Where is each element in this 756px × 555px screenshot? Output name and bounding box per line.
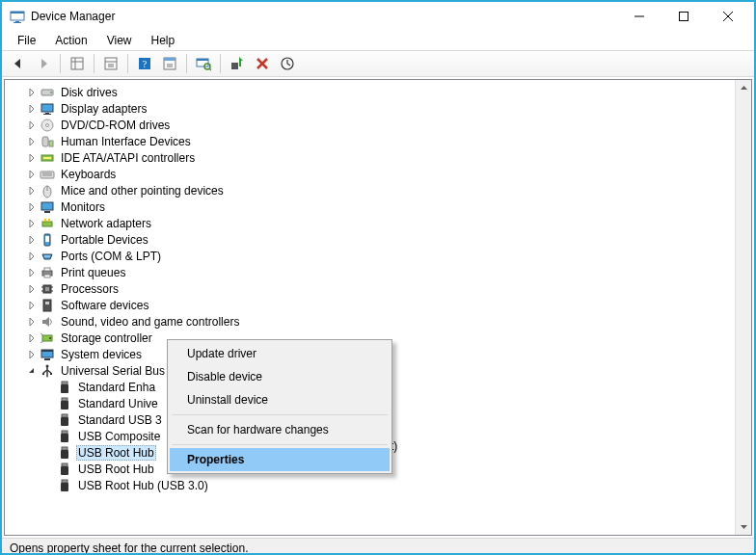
context-uninstall-device[interactable]: Uninstall device xyxy=(170,388,390,411)
ide-icon xyxy=(40,150,55,166)
expand-icon[interactable] xyxy=(26,103,38,115)
svg-rect-79 xyxy=(61,384,68,393)
svg-rect-47 xyxy=(44,211,50,213)
storage-icon xyxy=(40,330,55,346)
expand-icon[interactable] xyxy=(26,332,38,344)
device-category[interactable]: Disk drives xyxy=(5,84,751,100)
printer-icon xyxy=(40,265,55,280)
category-label: DVD/CD-ROM drives xyxy=(59,119,172,132)
scroll-down-button[interactable] xyxy=(736,518,751,535)
device-label: Standard USB 3 xyxy=(76,413,164,427)
enable-device-button[interactable] xyxy=(227,53,248,74)
help-button[interactable]: ? xyxy=(134,53,155,74)
expand-icon[interactable] xyxy=(26,119,38,131)
software-icon xyxy=(40,298,55,313)
context-disable-device[interactable]: Disable device xyxy=(170,365,390,388)
device-category[interactable]: Display adapters xyxy=(5,100,751,117)
svg-rect-89 xyxy=(61,466,68,475)
expand-icon[interactable] xyxy=(26,349,38,360)
dvd-icon xyxy=(40,118,55,133)
device-category[interactable]: Human Interface Devices xyxy=(5,133,751,149)
svg-rect-71 xyxy=(44,358,50,360)
usb-device-icon xyxy=(57,396,72,411)
usb-device-icon xyxy=(57,412,72,428)
close-button[interactable] xyxy=(706,2,750,31)
svg-rect-18 xyxy=(164,58,176,61)
device-category[interactable]: IDE ATA/ATAPI controllers xyxy=(5,149,751,166)
action-button[interactable] xyxy=(159,53,180,74)
maximize-button[interactable] xyxy=(662,2,706,31)
display-icon xyxy=(40,101,55,117)
forward-button[interactable] xyxy=(33,53,54,74)
category-label: Portable Devices xyxy=(59,233,150,247)
collapse-icon[interactable] xyxy=(26,365,38,377)
vertical-scrollbar[interactable] xyxy=(735,80,751,535)
expand-icon[interactable] xyxy=(26,316,38,328)
expand-icon[interactable] xyxy=(26,251,38,262)
device-category[interactable]: Print queues xyxy=(5,264,751,280)
svg-rect-70 xyxy=(41,350,53,352)
device-category[interactable]: Sound, video and game controllers xyxy=(5,313,751,330)
device-category[interactable]: Software devices xyxy=(5,297,751,313)
category-label: Universal Serial Bus xyxy=(59,364,167,378)
svg-rect-22 xyxy=(197,59,208,61)
expand-icon[interactable] xyxy=(26,169,38,180)
toolbar-separator xyxy=(186,54,187,73)
context-properties[interactable]: Properties xyxy=(170,448,390,471)
device-category[interactable]: Processors xyxy=(5,280,751,297)
svg-rect-81 xyxy=(61,401,68,410)
expand-icon[interactable] xyxy=(26,185,38,197)
svg-rect-90 xyxy=(62,480,68,483)
expand-icon[interactable] xyxy=(26,218,38,229)
svg-rect-91 xyxy=(61,483,68,491)
svg-rect-58 xyxy=(44,275,50,278)
uninstall-device-button[interactable] xyxy=(252,53,273,74)
svg-point-31 xyxy=(50,92,52,93)
svg-rect-78 xyxy=(62,382,68,384)
context-update-driver[interactable]: Update driver xyxy=(170,342,390,365)
usb-icon xyxy=(40,363,55,379)
scan-hardware-button[interactable] xyxy=(193,53,214,74)
device-category[interactable]: DVD/CD-ROM drives xyxy=(5,117,751,133)
svg-rect-60 xyxy=(45,287,49,291)
usb-device-icon xyxy=(57,478,72,493)
network-icon xyxy=(40,216,55,231)
expand-icon[interactable] xyxy=(26,267,38,278)
expand-icon[interactable] xyxy=(26,136,38,147)
svg-rect-32 xyxy=(41,104,53,112)
toolbar-separator xyxy=(60,54,61,73)
menu-view[interactable]: View xyxy=(99,34,140,47)
svg-text:?: ? xyxy=(143,59,148,69)
svg-rect-86 xyxy=(62,447,68,450)
svg-point-54 xyxy=(46,255,47,256)
scroll-up-button[interactable] xyxy=(736,80,751,96)
menu-action[interactable]: Action xyxy=(47,34,94,47)
properties-button[interactable] xyxy=(100,53,122,74)
device-item[interactable]: USB Root Hub (USB 3.0) xyxy=(5,477,751,493)
update-driver-button[interactable] xyxy=(277,53,298,74)
expand-icon[interactable] xyxy=(26,234,38,246)
expand-icon[interactable] xyxy=(26,283,38,295)
menu-help[interactable]: Help xyxy=(144,34,183,47)
expand-icon[interactable] xyxy=(26,201,38,213)
context-scan-hardware[interactable]: Scan for hardware changes xyxy=(170,418,390,441)
category-label: Ports (COM & LPT) xyxy=(59,250,163,263)
device-category[interactable]: Ports (COM & LPT) xyxy=(5,248,751,264)
sound-icon xyxy=(40,314,55,330)
back-button[interactable] xyxy=(8,53,29,74)
device-category[interactable]: Network adapters xyxy=(5,215,751,231)
svg-rect-84 xyxy=(62,431,68,434)
expand-icon[interactable] xyxy=(26,152,38,164)
device-category[interactable]: Keyboards xyxy=(5,166,751,182)
menu-file[interactable]: File xyxy=(10,34,43,47)
expand-icon[interactable] xyxy=(26,300,38,311)
svg-rect-2 xyxy=(15,21,19,22)
menu-bar: File Action View Help xyxy=(2,31,754,50)
device-label: USB Root Hub (USB 3.0) xyxy=(76,479,210,492)
expand-icon[interactable] xyxy=(26,87,38,98)
show-hide-tree-button[interactable] xyxy=(67,53,88,74)
device-category[interactable]: Monitors xyxy=(5,198,751,215)
device-category[interactable]: Portable Devices xyxy=(5,231,751,248)
minimize-button[interactable] xyxy=(617,2,662,31)
device-category[interactable]: Mice and other pointing devices xyxy=(5,182,751,198)
